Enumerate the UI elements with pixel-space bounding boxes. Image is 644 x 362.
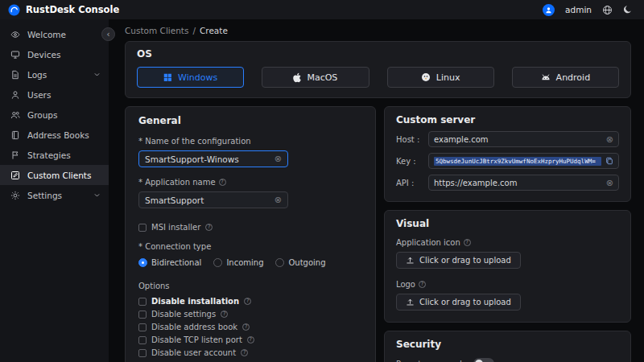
application-name-input[interactable]	[145, 195, 270, 205]
clear-icon[interactable]: ⊗	[606, 179, 613, 187]
msi-installer-label: MSI installer	[151, 223, 200, 232]
api-field: ⊗	[428, 175, 619, 191]
sidebar-item-settings[interactable]: Settings	[0, 185, 109, 205]
sidebar-item-custom-clients[interactable]: Custom Clients	[0, 165, 109, 185]
sidebar-item-logs[interactable]: Logs	[0, 64, 109, 84]
clear-icon[interactable]: ⊗	[275, 154, 282, 163]
top-bar: RustDesk Console admin	[0, 0, 644, 19]
application-icon-label-text: Application icon	[396, 238, 460, 247]
avatar[interactable]	[543, 4, 555, 16]
connection-type-options: Bidirectional Incoming Outgoing	[138, 258, 362, 267]
security-title: Security	[396, 339, 619, 350]
security-card: Security Preset password :	[384, 331, 631, 362]
connection-type-label: * Connection type	[138, 242, 362, 251]
api-label: API :	[396, 179, 423, 187]
clear-icon[interactable]: ⊗	[275, 195, 282, 204]
help-icon[interactable]: ?	[247, 336, 254, 343]
disable-user-account-checkbox[interactable]	[138, 349, 147, 357]
sidebar-item-groups[interactable]: Groups	[0, 105, 109, 125]
copy-icon[interactable]	[605, 157, 613, 165]
breadcrumb: Custom Clients / Create	[125, 19, 631, 41]
os-button-android[interactable]: Android	[512, 67, 619, 88]
disable-tcp-listen-port-checkbox[interactable]	[138, 336, 147, 344]
api-input[interactable]	[434, 179, 602, 187]
host-label: Host :	[396, 135, 423, 144]
help-icon[interactable]: ?	[241, 349, 248, 356]
option-disable-user-account: Disable user account ?	[138, 348, 362, 357]
sidebar-collapse-button[interactable]: ‹	[101, 27, 115, 41]
help-icon[interactable]: ?	[464, 239, 471, 246]
upload-button-label: Click or drag to upload	[419, 256, 511, 265]
help-icon[interactable]: ?	[242, 323, 250, 331]
rustdesk-logo-icon	[8, 4, 20, 16]
radio-label: Bidirectional	[151, 258, 201, 267]
sidebar-item-label: Address Books	[27, 130, 89, 140]
flag-icon	[10, 150, 20, 160]
preset-password-toggle[interactable]	[473, 358, 494, 362]
dark-mode-icon[interactable]	[623, 5, 633, 14]
sidebar-item-label: Welcome	[27, 30, 66, 39]
sidebar-item-users[interactable]: Users	[0, 84, 109, 105]
breadcrumb-separator: /	[192, 26, 196, 35]
os-button-macos[interactable]: MacOS	[262, 67, 369, 88]
os-button-linux[interactable]: Linux	[387, 67, 494, 88]
radio-icon	[138, 258, 147, 267]
os-button-label: Android	[556, 72, 591, 83]
language-icon[interactable]	[602, 5, 613, 15]
radio-icon	[213, 258, 222, 267]
custom-server-card: Custom server Host : ⊗ Key : 5QbwsdeJun	[384, 106, 631, 202]
breadcrumb-parent[interactable]: Custom Clients	[125, 26, 188, 35]
general-card: General * Name of the configuration ⊗ * …	[125, 106, 376, 362]
clear-icon[interactable]: ⊗	[606, 135, 613, 144]
disable-installation-checkbox[interactable]	[138, 298, 147, 306]
host-row: Host : ⊗	[396, 131, 619, 147]
radio-label: Incoming	[226, 258, 263, 267]
preset-password-row: Preset password :	[396, 358, 619, 362]
radio-icon	[275, 258, 284, 267]
sidebar-item-address-books[interactable]: Address Books	[0, 125, 109, 145]
configuration-name-field: ⊗	[138, 150, 288, 167]
option-disable-installation: Disable installation ?	[138, 297, 362, 306]
help-icon[interactable]: ?	[205, 224, 213, 231]
sidebar-item-label: Users	[27, 90, 51, 100]
sidebar-item-label: Custom Clients	[27, 171, 91, 180]
chevron-down-icon	[93, 191, 101, 199]
brand: RustDesk Console	[8, 4, 119, 16]
logo-label: Logo ?	[396, 280, 619, 289]
sidebar-item-label: Groups	[27, 110, 57, 120]
username[interactable]: admin	[565, 5, 592, 14]
radio-bidirectional[interactable]: Bidirectional	[138, 258, 201, 267]
option-label: Disable user account	[151, 348, 236, 357]
sidebar-item-label: Strategies	[27, 150, 71, 160]
help-icon[interactable]: ?	[219, 179, 226, 186]
sidebar-item-label: Settings	[27, 191, 62, 200]
sidebar-item-devices[interactable]: Devices	[0, 44, 109, 64]
configuration-name-label: * Name of the configuration	[138, 137, 362, 146]
radio-outgoing[interactable]: Outgoing	[275, 258, 325, 267]
sidebar-item-welcome[interactable]: Welcome	[0, 24, 109, 44]
general-title: General	[138, 115, 362, 126]
disable-address-book-checkbox[interactable]	[138, 323, 147, 331]
application-icon-upload-button[interactable]: Click or drag to upload	[396, 252, 521, 269]
visual-card: Visual Application icon ? Click or drag …	[384, 210, 631, 323]
help-icon[interactable]: ?	[419, 281, 426, 288]
help-icon[interactable]: ?	[221, 311, 228, 318]
configuration-name-input[interactable]	[145, 154, 270, 164]
logo-upload-button[interactable]: Click or drag to upload	[396, 294, 521, 311]
help-icon[interactable]: ?	[244, 298, 251, 305]
edit-box-icon	[10, 171, 20, 180]
os-card: OS Windows MacOS Linux	[125, 41, 631, 98]
host-input[interactable]	[434, 135, 602, 144]
sidebar-item-strategies[interactable]: Strategies	[0, 145, 109, 165]
key-input[interactable]: 5QbwsdeJunUcJBtrx9ZkvUmwfNoExHzpryHuPUdq…	[434, 157, 601, 166]
visual-title: Visual	[396, 218, 619, 229]
radio-incoming[interactable]: Incoming	[213, 258, 263, 267]
option-label: Disable settings	[151, 310, 216, 319]
upload-icon	[406, 298, 415, 306]
sidebar: Welcome Devices Logs Users Groups Ad	[0, 19, 109, 362]
msi-installer-checkbox[interactable]	[138, 224, 147, 232]
custom-server-title: Custom server	[396, 114, 619, 125]
options-label: Options	[138, 282, 362, 290]
os-button-windows[interactable]: Windows	[137, 67, 244, 88]
disable-settings-checkbox[interactable]	[138, 311, 147, 319]
